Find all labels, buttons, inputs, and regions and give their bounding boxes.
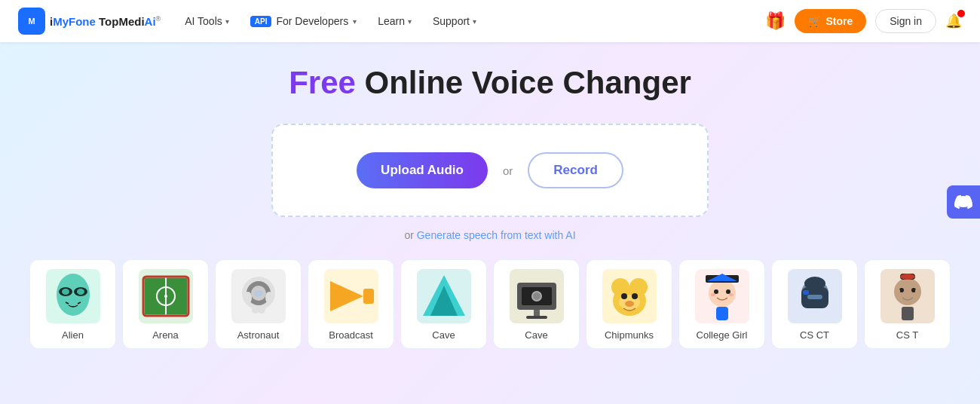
notification-badge: [957, 10, 965, 17]
svg-point-5: [62, 289, 69, 295]
svg-point-39: [709, 280, 736, 307]
svg-rect-59: [915, 289, 920, 296]
generate-speech-link[interactable]: Generate speech from text with AI: [417, 229, 576, 241]
voice-card-label-cave2: Cave: [525, 329, 547, 341]
voice-card-icon-csct: [788, 269, 842, 323]
svg-point-36: [621, 293, 627, 299]
voice-card-icon-college-girl: [695, 269, 749, 323]
voice-card-label-cave1: Cave: [432, 329, 455, 341]
chevron-down-icon: ▾: [353, 17, 357, 26]
title-free-word: Free: [289, 65, 356, 100]
voice-card-icon-astronaut: [231, 269, 286, 323]
gift-icon[interactable]: 🎁: [765, 11, 786, 31]
voice-card-icon-cave1: [417, 269, 471, 323]
svg-rect-24: [363, 289, 374, 304]
svg-point-43: [714, 289, 718, 294]
record-button[interactable]: Record: [528, 152, 623, 188]
voice-card-astronaut[interactable]: Astronaut: [215, 259, 302, 349]
svg-rect-49: [804, 277, 825, 290]
voice-card-icon-broadcast: [324, 269, 378, 323]
upload-audio-button[interactable]: Upload Audio: [357, 152, 488, 188]
svg-rect-51: [803, 290, 809, 295]
voice-card-broadcast[interactable]: Broadcast: [308, 259, 394, 349]
voice-card-label-college-girl: College Girl: [697, 329, 748, 341]
voice-card-icon-cave2: [510, 269, 564, 323]
logo-text: iMyFone TopMediAi®: [50, 15, 161, 28]
svg-marker-23: [330, 281, 363, 311]
svg-point-37: [632, 293, 638, 299]
svg-point-44: [726, 289, 730, 294]
cart-icon: 🛒: [808, 15, 821, 27]
svg-point-46: [729, 293, 733, 296]
svg-point-54: [900, 274, 915, 280]
generate-prefix: or: [404, 229, 416, 241]
nav-item-ai-tools[interactable]: AI Tools ▾: [185, 15, 229, 27]
or-separator: or: [503, 164, 513, 177]
nav-item-learn[interactable]: Learn ▾: [378, 15, 412, 27]
logo-icon: M: [18, 8, 45, 35]
chevron-down-icon: ▾: [473, 17, 476, 26]
voice-card-icon-cst: [880, 269, 935, 323]
voice-card-label-cst: CS T: [896, 329, 918, 341]
voice-card-cst[interactable]: CS T: [864, 259, 951, 349]
svg-point-33: [611, 278, 629, 296]
voice-card-label-csct: CS CT: [800, 329, 829, 341]
title-rest: Online Voice Changer: [356, 65, 691, 100]
svg-point-18: [265, 292, 273, 304]
svg-text:M: M: [28, 17, 35, 26]
svg-rect-30: [534, 310, 540, 316]
voice-card-csct[interactable]: CS CT: [771, 259, 858, 349]
voice-card-cave2[interactable]: Cave: [493, 259, 580, 349]
page-title: Free Online Voice Changer: [289, 65, 691, 101]
store-button[interactable]: 🛒 Store: [795, 9, 866, 33]
voice-card-icon-chipmunks: [602, 269, 657, 323]
signin-button[interactable]: Sign in: [875, 9, 936, 33]
voice-card-icon-arena: [139, 269, 193, 323]
discord-button[interactable]: [947, 185, 980, 219]
voice-card-label-astronaut: Astronaut: [237, 329, 280, 341]
voice-card-alien[interactable]: Alien: [29, 259, 116, 349]
voice-card-icon-alien: [46, 269, 100, 323]
main-content: Free Online Voice Changer Upload Audio o…: [0, 42, 980, 404]
svg-point-29: [532, 292, 541, 301]
voice-card-label-broadcast: Broadcast: [329, 329, 373, 341]
voice-card-cave1[interactable]: Cave: [400, 259, 487, 349]
api-badge: API: [250, 16, 272, 27]
notification-bell[interactable]: 🔔: [945, 13, 962, 29]
svg-point-45: [711, 293, 715, 296]
svg-rect-50: [807, 295, 822, 299]
svg-rect-31: [526, 316, 547, 319]
svg-point-34: [629, 278, 648, 296]
voice-cards-row: Alien Arena Astronaut Broadcast Cave: [14, 259, 966, 349]
voice-card-chipmunks[interactable]: Chipmunks: [586, 259, 672, 349]
svg-point-21: [258, 306, 265, 314]
svg-point-38: [625, 301, 634, 307]
nav-right: 🎁 🛒 Store Sign in 🔔: [765, 9, 962, 33]
svg-rect-58: [896, 289, 900, 296]
voice-card-arena[interactable]: Arena: [122, 259, 209, 349]
voice-card-label-chipmunks: Chipmunks: [605, 329, 654, 341]
nav-item-for-developers[interactable]: API For Developers ▾: [250, 15, 357, 27]
logo[interactable]: M iMyFone TopMediAi®: [18, 8, 161, 35]
svg-point-19: [244, 292, 252, 304]
svg-point-6: [77, 289, 84, 295]
navbar: M iMyFone TopMediAi® AI Tools ▾ API For …: [0, 0, 980, 42]
generate-speech-link-container: or Generate speech from text with AI: [404, 229, 575, 241]
voice-card-label-arena: Arena: [152, 329, 179, 341]
nav-item-support[interactable]: Support ▾: [433, 15, 476, 27]
svg-rect-42: [716, 307, 728, 320]
voice-card-college-girl[interactable]: College Girl: [678, 259, 765, 349]
svg-point-22: [254, 290, 263, 296]
svg-rect-55: [902, 307, 914, 320]
nav-links: AI Tools ▾ API For Developers ▾ Learn ▾ …: [185, 15, 765, 27]
chevron-down-icon: ▾: [408, 17, 412, 26]
upload-box: Upload Audio or Record: [271, 124, 709, 217]
chevron-down-icon: ▾: [225, 17, 229, 26]
voice-card-label-alien: Alien: [62, 329, 84, 341]
